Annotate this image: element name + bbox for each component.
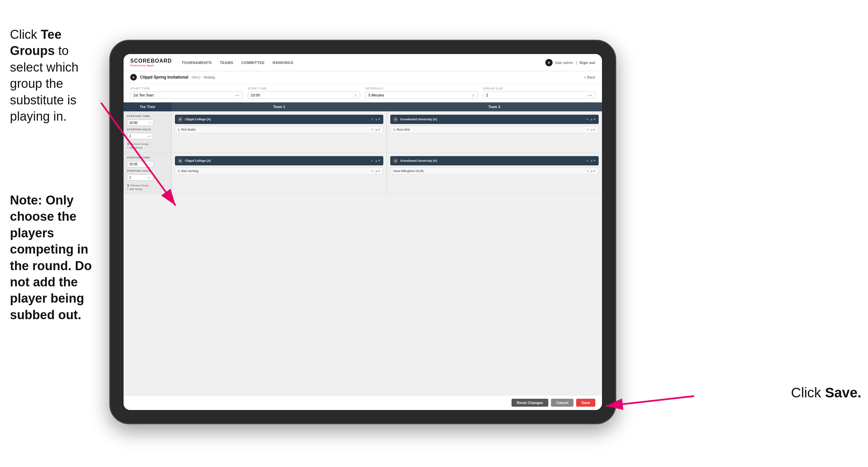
starting-hole-input-2[interactable]: 1 ▲▼ (127, 174, 153, 181)
team1-card-1[interactable]: B Clippd College (A) ✕ ▲▼ (175, 115, 383, 124)
start-type-field: Start Type 1st Tee Start ▲▼ (130, 87, 243, 99)
time-arrows-2: 🕐 (149, 163, 151, 166)
player1-name-1: 1. Rich Butler (178, 128, 196, 131)
nav-tournaments[interactable]: TOURNAMENTS (182, 59, 212, 66)
start-time-input[interactable]: 10:00 🕐 (248, 91, 360, 99)
group-size-field: Group Size 2 ▲▼ (483, 87, 595, 99)
player1-arrow-2[interactable]: ▲▼ (375, 170, 380, 173)
starting-time-value-1: 10:00 (129, 121, 137, 125)
reset-changes-button[interactable]: Reset Changes (512, 399, 548, 407)
table-header: Tee Time Team 1 Team 2 (124, 103, 602, 111)
team2-name-2: Scoreboard University (A) (400, 159, 437, 163)
starting-time-input-2[interactable]: 10:05 🕐 (127, 161, 153, 167)
teams-side-1: B Clippd College (A) ✕ ▲▼ 1. Rich Butler (172, 111, 602, 152)
tournament-gender: (Men) (191, 76, 200, 79)
add-group-btn-2[interactable]: + Add Group (127, 187, 168, 191)
team1-x-1[interactable]: ✕ (371, 118, 373, 121)
nav-links: TOURNAMENTS TEAMS COMMITTEE RANKINGS (182, 59, 546, 66)
hosting-label: Hosting (204, 76, 215, 79)
logo-powered: Powered by clippd (130, 64, 172, 67)
starting-hole-label-1: STARTING HOLE: (127, 128, 168, 131)
tee-side-2: STARTING TIME: 10:05 🕐 STARTING HOLE: 1 … (124, 153, 172, 194)
nav-rankings[interactable]: RANKINGS (273, 59, 293, 66)
starting-time-value-2: 10:05 (129, 163, 137, 166)
group-size-arrows: ▲▼ (588, 94, 592, 96)
player2-arrow-2[interactable]: ▲▼ (590, 170, 596, 173)
team2-card-right-2: ✕ ▲▼ (586, 159, 596, 163)
group-size-input[interactable]: 2 ▲▼ (483, 91, 595, 99)
player1-card-2[interactable]: 2. Blair McHarg ✕ ▲▼ (175, 167, 383, 175)
starting-hole-value-1: 1 (129, 134, 131, 138)
player2-card-right-1: ✕ ▲▼ (587, 128, 596, 131)
team1-arrow-2[interactable]: ▲▼ (375, 159, 381, 163)
sub-nav-badge-initials: B (132, 76, 134, 79)
nav-teams[interactable]: TEAMS (220, 59, 233, 66)
nav-committee[interactable]: COMMITTEE (241, 59, 265, 66)
tee-time-header: Tee Time (124, 103, 172, 111)
team2-arrow-2[interactable]: ▲▼ (590, 159, 596, 163)
add-group-btn-1[interactable]: + Add Group (127, 146, 168, 149)
team2-arrow-1[interactable]: ▲▼ (590, 118, 596, 121)
player1-arrow-1[interactable]: ▲▼ (375, 128, 380, 131)
note-text: Note: Only choose the players competing … (0, 185, 103, 330)
team2-card-1[interactable]: S Scoreboard University (A) ✕ ▲▼ (390, 115, 599, 124)
nav-sign-out[interactable]: Sign out (580, 59, 595, 66)
team1-name-1: Clippd College (A) (185, 118, 211, 121)
start-time-clock-icon: 🕐 (354, 94, 357, 96)
intervals-label: Intervals (365, 87, 478, 90)
add-icon-2: + (127, 187, 128, 191)
powered-by-text: Powered by (130, 64, 146, 67)
team2-x-2[interactable]: ✕ (586, 159, 589, 163)
player1-name-2: 2. Blair McHarg (178, 169, 198, 173)
nav-bar: SCOREBOARD Powered by clippd TOURNAMENTS… (124, 54, 602, 71)
cancel-button[interactable]: Cancel (551, 399, 574, 407)
team1-card-left-1: B Clippd College (A) (178, 117, 211, 122)
team2-header: Team 2 (387, 103, 602, 111)
back-button[interactable]: < Back (584, 75, 595, 79)
team1-arrow-1[interactable]: ▲▼ (375, 118, 381, 121)
player1-x-2[interactable]: ✕ (371, 170, 374, 173)
nav-right: B blair admin | Sign out (545, 59, 595, 66)
start-type-input[interactable]: 1st Tee Start ▲▼ (130, 91, 243, 99)
bottom-bar: Reset Changes Cancel Save (124, 395, 602, 410)
sub-nav: B Clippd Spring Invitational (Men) Hosti… (124, 71, 602, 84)
player1-x-1[interactable]: ✕ (371, 128, 374, 131)
remove-group-label-1: Remove Group (130, 143, 148, 146)
team1-x-2[interactable]: ✕ (371, 159, 373, 163)
save-button[interactable]: Save (576, 399, 595, 407)
team2-badge-1: S (393, 117, 398, 122)
content-area: STARTING TIME: 10:00 🕐 STARTING HOLE: 1 … (124, 111, 602, 395)
nav-divider: | (576, 61, 577, 65)
teams-side-2: B Clippd College (A) ✕ ▲▼ 2. Blair McHar… (172, 153, 602, 194)
nav-avatar: B (545, 59, 553, 66)
starting-hole-input-1[interactable]: 1 ▲▼ (127, 133, 153, 139)
team2-card-left-1: S Scoreboard University (A) (393, 117, 437, 122)
intervals-clock-icon: 🕐 (472, 94, 475, 96)
starting-time-input-1[interactable]: 10:00 🕐 (127, 120, 153, 126)
hole-arrows-1: ▲▼ (147, 135, 151, 137)
player2-x-2[interactable]: ✕ (587, 170, 589, 173)
player2-x-1[interactable]: ✕ (587, 128, 589, 131)
player2-card-1[interactable]: 1. Rees Britt ✕ ▲▼ (390, 126, 599, 133)
team1-card-right-2: ✕ ▲▼ (371, 159, 381, 163)
team2-x-1[interactable]: ✕ (586, 118, 589, 121)
note-bold-label: Note: Only choose the players competing … (10, 193, 92, 322)
hole-arrows-2: ▲▼ (147, 177, 151, 179)
intervals-input[interactable]: 5 Minutes 🕐 (365, 91, 478, 99)
start-type-value: 1st Tee Start (133, 93, 154, 97)
team1-name-2: Clippd College (A) (185, 159, 211, 163)
start-time-label: Start Time (248, 87, 360, 90)
team2-card-2[interactable]: S Scoreboard University (A) ✕ ▲▼ (390, 156, 599, 166)
player2-card-2[interactable]: Dave Billingham (SUB) ✕ ▲▼ (390, 167, 599, 175)
remove-group-btn-2[interactable]: 🗑 Remove Group (127, 184, 168, 187)
group-size-label: Group Size (483, 87, 595, 90)
click-save-prefix: Click (791, 385, 825, 400)
player2-arrow-1[interactable]: ▲▼ (590, 128, 596, 131)
player1-card-1[interactable]: 1. Rich Butler ✕ ▲▼ (175, 126, 383, 133)
group-row-1: STARTING TIME: 10:00 🕐 STARTING HOLE: 1 … (124, 111, 602, 153)
svg-line-3 (606, 396, 694, 406)
starting-time-label-2: STARTING TIME: (127, 156, 168, 159)
instruction-line1: Click (10, 28, 41, 41)
remove-group-btn-1[interactable]: 🗑 Remove Group (127, 143, 168, 146)
team1-card-2[interactable]: B Clippd College (A) ✕ ▲▼ (175, 156, 383, 166)
